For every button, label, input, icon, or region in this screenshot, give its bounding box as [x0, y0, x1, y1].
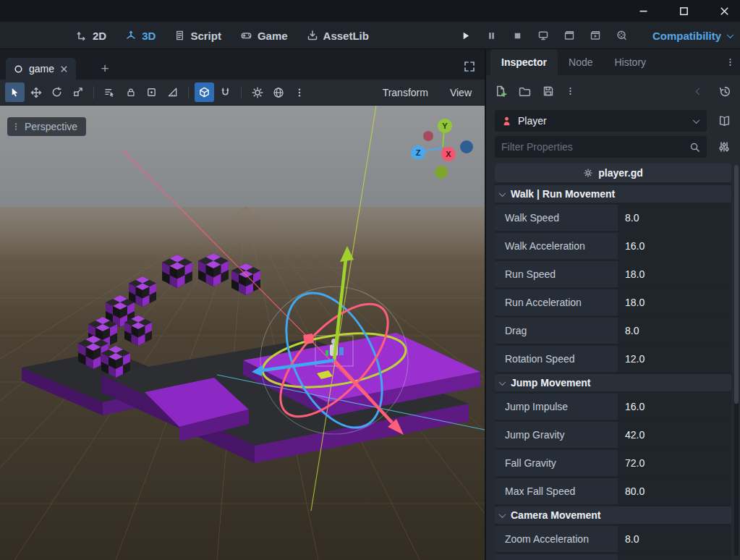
2d-icon	[76, 30, 88, 41]
local-space-button[interactable]	[195, 82, 214, 102]
close-icon[interactable]	[717, 4, 731, 18]
property-value[interactable]: 8.0	[618, 318, 731, 344]
property-value[interactable]: 0.25	[618, 554, 731, 560]
new-resource-icon[interactable]	[495, 85, 507, 98]
movie-maker-button[interactable]	[612, 26, 631, 45]
environment-options-button[interactable]	[289, 82, 309, 102]
play-custom-scene-button[interactable]	[586, 26, 605, 45]
property-value[interactable]: 8.0	[618, 205, 731, 231]
tab-game[interactable]: Game	[240, 30, 288, 42]
property-label: Zoom Acceleration	[495, 526, 618, 552]
script-header[interactable]: player.gd	[495, 164, 731, 182]
load-resource-icon[interactable]	[519, 85, 531, 98]
move-tool-button[interactable]	[26, 82, 46, 102]
property-value[interactable]: 72.0	[618, 450, 731, 476]
property-row: Drag8.0	[495, 318, 731, 344]
select-tool-button[interactable]	[5, 82, 25, 102]
preview-sun-button[interactable]	[247, 82, 267, 102]
transform-menu[interactable]: Transform	[383, 87, 428, 98]
chevron-down-icon	[499, 511, 506, 518]
property-value[interactable]: 8.0	[618, 526, 731, 552]
toolbar-separator	[93, 86, 94, 99]
group-button[interactable]	[142, 82, 161, 102]
inspector-scrollbar[interactable]	[734, 165, 739, 556]
remote-debug-button[interactable]	[534, 26, 553, 45]
history-back-icon[interactable]	[697, 89, 702, 94]
property-value[interactable]: 12.0	[618, 346, 731, 372]
tab-script[interactable]: Script	[174, 30, 221, 42]
scrollbar-thumb[interactable]	[734, 165, 739, 404]
main-menubar: 2D 3D Script Game AssetLib Compatibility	[0, 22, 740, 49]
property-row: Fall Gravity72.0	[495, 450, 731, 476]
close-tab-icon[interactable]	[60, 65, 68, 73]
axis-y-label: Y	[442, 122, 448, 130]
axis-neg-y-ball[interactable]	[435, 166, 448, 179]
expand-viewport-icon[interactable]	[460, 57, 479, 76]
inspector-toolbar	[486, 75, 740, 107]
resource-options-dots[interactable]	[566, 86, 575, 96]
open-documentation-icon[interactable]	[712, 110, 736, 132]
tab-assetlib[interactable]: AssetLib	[307, 30, 369, 42]
property-value[interactable]: 18.0	[618, 289, 731, 315]
viewport-menus: Transform View	[383, 87, 485, 98]
inspector-menu-dots[interactable]	[722, 54, 738, 71]
view-menu[interactable]: View	[450, 87, 472, 98]
section-header[interactable]: Camera Movement	[495, 506, 731, 524]
tab-3d-label: 3D	[142, 30, 156, 42]
tab-game-label: Game	[258, 30, 288, 42]
property-label: Jump Impulse	[495, 394, 618, 420]
section-header[interactable]: Jump Movement	[495, 374, 731, 391]
vertical-dots-icon	[294, 88, 305, 98]
assetlib-download-icon	[307, 30, 318, 41]
property-value[interactable]: 80.0	[618, 478, 731, 504]
add-scene-tab-button[interactable]: +	[95, 59, 114, 78]
script-icon	[174, 30, 185, 41]
play-scene-button[interactable]	[560, 26, 579, 45]
tab-inspector[interactable]: Inspector	[490, 49, 558, 75]
editor-mode-tabs: 2D 3D Script Game AssetLib	[76, 22, 369, 49]
scene-tab-game[interactable]: game	[6, 58, 76, 80]
lock-button[interactable]	[121, 82, 140, 102]
section-title: Walk | Run Movement	[511, 188, 615, 200]
node-selector[interactable]: Player	[495, 110, 707, 132]
pause-button[interactable]	[482, 26, 501, 45]
tab-2d[interactable]: 2D	[76, 30, 106, 42]
tab-history[interactable]: History	[603, 49, 657, 75]
history-icon[interactable]	[719, 85, 731, 98]
minimize-icon[interactable]	[636, 4, 650, 18]
stop-button[interactable]	[508, 26, 527, 45]
snap-button[interactable]	[216, 82, 235, 102]
scale-icon	[72, 87, 83, 98]
property-value[interactable]: 16.0	[618, 394, 731, 420]
property-value[interactable]: 18.0	[618, 261, 731, 287]
select-list-button[interactable]	[100, 82, 119, 102]
renderer-dropdown[interactable]: Compatibility	[652, 22, 733, 49]
renderer-label: Compatibility	[652, 30, 721, 42]
ruler-button[interactable]	[163, 82, 182, 102]
rotate-tool-button[interactable]	[47, 82, 67, 102]
search-icon	[689, 142, 700, 153]
script-name: player.gd	[598, 167, 642, 179]
maximize-icon[interactable]	[676, 4, 691, 18]
section-header[interactable]: Walk | Run Movement	[495, 185, 731, 203]
save-icon[interactable]	[543, 85, 554, 97]
axis-neg-x-ball[interactable]	[423, 131, 433, 141]
list-select-icon	[104, 87, 115, 98]
preview-environment-button[interactable]	[268, 82, 288, 102]
property-tools-icon[interactable]	[712, 136, 736, 158]
property-value[interactable]: 16.0	[618, 233, 731, 259]
property-value[interactable]: 42.0	[618, 422, 731, 448]
3d-viewport[interactable]: Y Z X Perspective	[0, 106, 485, 560]
property-label: Fall Gravity	[495, 450, 618, 476]
perspective-menu[interactable]: Perspective	[7, 117, 86, 136]
filter-properties-input[interactable]	[501, 141, 685, 153]
move-icon	[30, 87, 42, 98]
property-row: Jump Impulse16.0	[495, 394, 731, 420]
window-controls	[636, 0, 731, 22]
axis-neg-z-ball[interactable]	[460, 140, 473, 153]
tab-3d[interactable]: 3D	[125, 30, 156, 42]
tab-node[interactable]: Node	[558, 49, 603, 75]
3d-viewport-canvas: Y Z X	[0, 106, 485, 560]
play-button[interactable]	[456, 26, 475, 45]
scale-tool-button[interactable]	[68, 82, 88, 102]
